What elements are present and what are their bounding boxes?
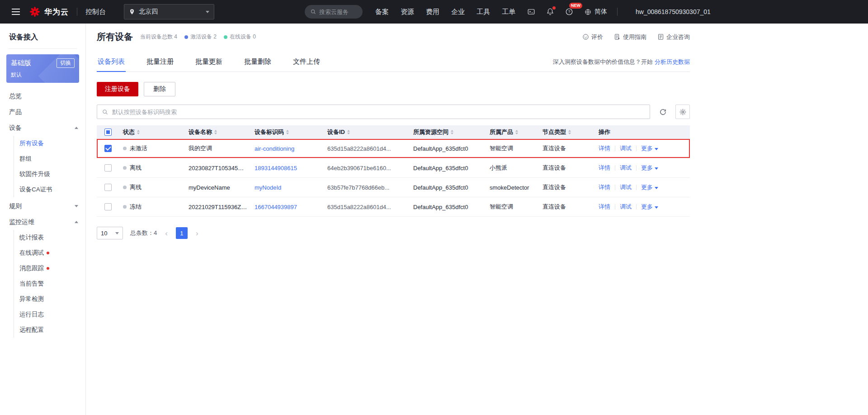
sidebar-item-products[interactable]: 产品: [0, 104, 85, 120]
sidebar-item-online-debug[interactable]: 在线调试: [14, 245, 85, 261]
device-code-link[interactable]: 1667044939897: [255, 204, 297, 210]
hamburger-menu-icon[interactable]: [10, 7, 22, 17]
nav-tickets[interactable]: 工单: [502, 8, 515, 16]
nav-resources[interactable]: 资源: [401, 8, 414, 16]
help-icon[interactable]: ? NEW: [565, 8, 573, 16]
more-link[interactable]: 更多: [641, 164, 658, 172]
refresh-button[interactable]: [656, 105, 670, 119]
next-page-button[interactable]: ›: [195, 229, 199, 237]
guide-link[interactable]: 使用指南: [614, 33, 646, 41]
device-code-link[interactable]: air-conditioning: [255, 145, 294, 152]
sidebar-item-current-alarms[interactable]: 当前告警: [14, 276, 85, 291]
delete-button[interactable]: 删除: [144, 82, 175, 96]
status-text: 未激活: [130, 144, 147, 153]
sort-icon[interactable]: [286, 130, 289, 134]
nav-icp[interactable]: 备案: [375, 8, 389, 16]
region-selector[interactable]: 北京四: [124, 4, 214, 19]
bell-icon[interactable]: [546, 8, 554, 16]
prev-page-button[interactable]: ‹: [164, 229, 169, 237]
sort-icon[interactable]: [568, 130, 571, 134]
sidebar-item-run-logs[interactable]: 运行日志: [14, 307, 85, 322]
select-all-checkbox[interactable]: [104, 129, 112, 136]
debug-link[interactable]: 调试: [620, 203, 632, 211]
device-search-box[interactable]: [97, 105, 650, 119]
row-checkbox[interactable]: [104, 203, 112, 210]
row-checkbox[interactable]: [104, 145, 112, 152]
nav-enterprise[interactable]: 企业: [451, 8, 465, 16]
sidebar-group-rules[interactable]: 规则: [0, 198, 85, 214]
sidebar-item-firmware-upgrade[interactable]: 软固件升级: [14, 167, 85, 182]
console-link[interactable]: 控制台: [85, 8, 106, 16]
sidebar-item-anomaly-detection[interactable]: 异常检测: [14, 291, 85, 307]
table-row[interactable]: 离线 myDeviceName myNodeId 63b57fe7b7768d6…: [97, 178, 690, 197]
feedback-link[interactable]: 评价: [582, 33, 603, 41]
col-actions: 操作: [599, 128, 610, 136]
row-checkbox[interactable]: [104, 184, 112, 191]
consult-link[interactable]: 企业咨询: [657, 33, 690, 41]
divider: [636, 165, 637, 171]
edition-switch-button[interactable]: 切换: [57, 58, 75, 68]
detail-link[interactable]: 详情: [599, 203, 610, 211]
language-switcher[interactable]: 简体: [584, 8, 607, 16]
device-id: 63b57fe7b7768d66eb...: [324, 184, 410, 191]
more-link[interactable]: 更多: [641, 144, 658, 153]
debug-link[interactable]: 调试: [620, 144, 632, 153]
device-search-input[interactable]: [112, 109, 645, 115]
sort-icon[interactable]: [451, 130, 453, 134]
current-page-button[interactable]: 1: [176, 227, 188, 239]
topbar-search[interactable]: [305, 5, 363, 19]
globe-icon: [584, 8, 592, 16]
device-code-link[interactable]: myNodeId: [255, 184, 281, 191]
nav-billing[interactable]: 费用: [426, 8, 439, 16]
table-row[interactable]: 未激活 我的空调 air-conditioning 635d15a8222a86…: [97, 139, 690, 158]
device-code-link[interactable]: 1893144908615: [255, 165, 297, 172]
terminal-icon[interactable]: [527, 8, 535, 16]
sort-icon[interactable]: [515, 130, 518, 134]
debug-link[interactable]: 调试: [620, 164, 632, 172]
col-device-name: 设备名称: [189, 128, 212, 136]
sidebar-group-monitor[interactable]: 监控运维: [0, 214, 85, 230]
debug-link[interactable]: 调试: [620, 183, 632, 191]
notification-dot: [552, 6, 556, 10]
account-name[interactable]: hw_008618750930307_01: [636, 8, 711, 15]
device-total-stat: 当前设备总数 4: [140, 33, 177, 41]
divider: [636, 146, 637, 151]
table-settings-button[interactable]: [675, 105, 690, 119]
topbar-search-input[interactable]: [319, 9, 357, 15]
toolbar: 注册设备 删除: [97, 82, 690, 96]
sidebar-item-remote-config[interactable]: 远程配置: [14, 322, 85, 338]
tab-file-upload[interactable]: 文件上传: [292, 54, 321, 72]
sidebar-item-all-devices[interactable]: 所有设备: [14, 136, 85, 151]
sidebar-item-statistics[interactable]: 统计报表: [14, 230, 85, 245]
sidebar-item-message-trace[interactable]: 消息跟踪: [14, 261, 85, 276]
table-row[interactable]: 离线 20230827T105345ZDevic... 189314490861…: [97, 158, 690, 178]
edition-card[interactable]: 基础版 切换 默认: [6, 54, 79, 83]
page-size-select[interactable]: 10: [97, 227, 123, 239]
sidebar-group-devices[interactable]: 设备: [0, 120, 85, 136]
status-dot: [123, 205, 127, 209]
sort-icon[interactable]: [347, 130, 350, 134]
device-name: 我的空调: [185, 144, 251, 153]
detail-link[interactable]: 详情: [599, 183, 610, 191]
tab-batch-update[interactable]: 批量更新: [194, 54, 223, 72]
detail-link[interactable]: 详情: [599, 164, 610, 172]
sidebar-item-groups[interactable]: 群组: [14, 151, 85, 167]
tab-batch-delete[interactable]: 批量删除: [243, 54, 272, 72]
sort-icon[interactable]: [214, 130, 217, 134]
tab-device-list[interactable]: 设备列表: [97, 54, 126, 72]
sidebar-item-device-ca-cert[interactable]: 设备CA证书: [14, 182, 85, 197]
row-checkbox[interactable]: [104, 164, 112, 172]
more-link[interactable]: 更多: [641, 183, 658, 191]
analyze-history-link[interactable]: 分析历史数据: [655, 58, 690, 65]
detail-link[interactable]: 详情: [599, 144, 610, 153]
sidebar-item-overview[interactable]: 总览: [0, 88, 85, 104]
register-device-button[interactable]: 注册设备: [97, 82, 138, 96]
tab-batch-register[interactable]: 批量注册: [146, 54, 175, 72]
col-product: 所属产品: [490, 128, 513, 136]
nav-tools[interactable]: 工具: [476, 8, 490, 16]
more-link[interactable]: 更多: [641, 203, 658, 211]
table-row[interactable]: 冻结 20221029T115936ZDevic... 166704493989…: [97, 197, 690, 217]
device-id: 64eb2b390671be6160...: [324, 165, 410, 172]
huawei-logo[interactable]: 华为云: [29, 6, 69, 18]
sort-icon[interactable]: [137, 130, 140, 134]
